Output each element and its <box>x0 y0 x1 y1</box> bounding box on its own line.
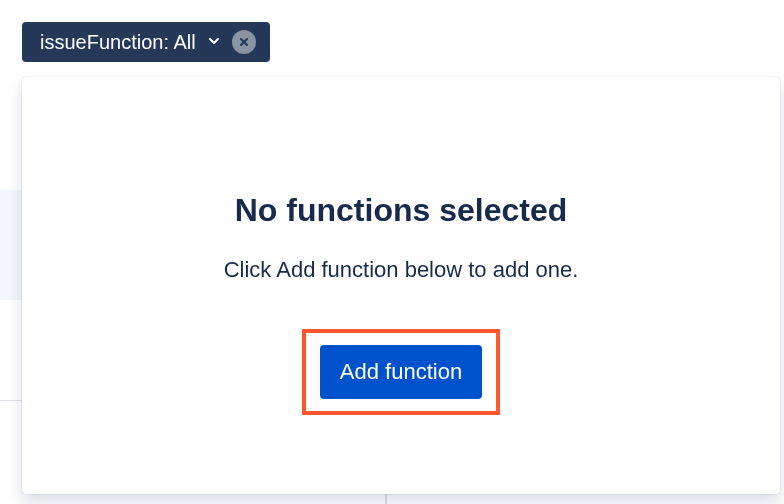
filter-issuefunction-chip[interactable]: issueFunction: All <box>22 22 270 62</box>
function-dropdown-panel: No functions selected Click Add function… <box>22 77 780 494</box>
remove-filter-button[interactable] <box>232 30 256 54</box>
chevron-down-icon <box>206 33 222 49</box>
panel-title: No functions selected <box>235 192 568 229</box>
filter-chip-label: issueFunction: All <box>40 31 196 54</box>
panel-subtitle: Click Add function below to add one. <box>224 257 579 283</box>
highlight-callout: Add function <box>302 329 500 415</box>
add-function-button[interactable]: Add function <box>320 345 482 399</box>
